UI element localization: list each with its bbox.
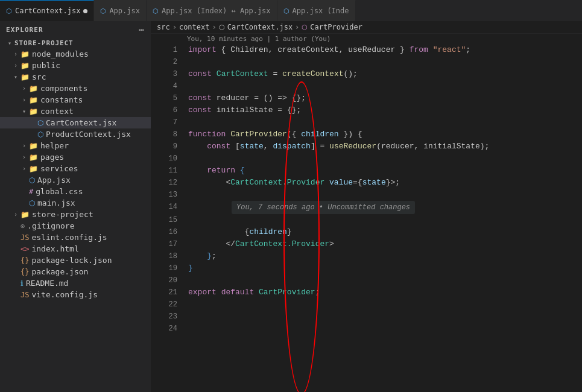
arrow-constants: › <box>19 96 29 103</box>
token: { Children, createContext, useReducer } <box>217 45 410 54</box>
sidebar-item-pages[interactable]: ›📁pages <box>0 151 151 163</box>
file-label-App.jsx: App.jsx <box>37 175 71 185</box>
code-line-5: 5const reducer = () => {}; <box>151 92 582 104</box>
tab-icon-AppIndex2: ⬡ <box>283 7 289 15</box>
file-icon-constants: 📁 <box>29 96 38 104</box>
sidebar-item-constants[interactable]: ›📁constants <box>0 94 151 106</box>
sidebar-item-ProductContext[interactable]: ⬡ProductContext.jsx <box>0 128 151 140</box>
sidebar-item-public[interactable]: ›📁public <box>0 60 151 71</box>
line-gutter-15 <box>151 214 159 226</box>
file-icon-.gitignore: ⊙ <box>21 222 25 230</box>
line-number-4: 4 <box>159 80 183 92</box>
token: children <box>249 227 286 236</box>
token <box>217 288 221 297</box>
code-line-20: 20 <box>151 274 582 286</box>
file-icon-eslint.config.js: JS <box>21 233 29 242</box>
sidebar-item-services[interactable]: ›📁services <box>0 163 151 174</box>
file-icon-store-project: 📁 <box>21 210 30 219</box>
sidebar-item-CartContext[interactable]: ⬡CartContext.jsx <box>0 117 151 128</box>
token: state <box>362 178 386 187</box>
line-gutter-9 <box>151 141 159 153</box>
code-lines: 1import { Children, createContext, useRe… <box>151 44 582 335</box>
token: createContext <box>282 69 343 78</box>
arrow-store-project: › <box>11 211 21 218</box>
line-gutter-10 <box>151 153 159 165</box>
sidebar-item-index.html[interactable]: <>index.html <box>0 243 151 254</box>
file-icon-package.json: {} <box>21 268 29 276</box>
sidebar-item-global.css[interactable]: #global.css <box>0 186 151 197</box>
sidebar-item-App.jsx[interactable]: ⬡App.jsx <box>0 174 151 186</box>
token: CartProvider <box>230 130 287 139</box>
sidebar-item-store-project[interactable]: ›📁store-project <box>0 209 151 220</box>
sidebar-item-src[interactable]: ▾📁src <box>0 71 151 83</box>
main-layout: Explorer ⋯ ▾STORE-PROJECT›📁node_modules›… <box>0 21 582 392</box>
file-icon-CartContext: ⬡ <box>37 119 43 127</box>
token: [ <box>230 142 240 151</box>
token: ; <box>315 288 320 297</box>
sidebar-item-context[interactable]: ▾📁context <box>0 106 151 117</box>
file-label-public: public <box>32 61 60 70</box>
file-label-helper: helper <box>40 141 69 150</box>
code-line-6: 6const initialState = {}; <box>151 104 582 116</box>
token: CartContext <box>217 69 268 78</box>
sidebar-item-README.md[interactable]: ℹREADME.md <box>0 277 151 289</box>
token: }>; <box>386 178 400 187</box>
tab-App[interactable]: ⬡App.jsx <box>94 0 147 21</box>
token: } <box>207 251 212 261</box>
line-gutter-6 <box>151 104 159 116</box>
sidebar-item-components[interactable]: ›📁components <box>0 83 151 94</box>
file-label-pages: pages <box>40 153 64 162</box>
line-number-19: 19 <box>159 262 183 274</box>
line-content-18: }; <box>183 250 582 262</box>
tab-icon-App: ⬡ <box>100 7 106 15</box>
sidebar-item-root[interactable]: ▾STORE-PROJECT <box>0 38 151 48</box>
code-editor[interactable]: 1import { Children, createContext, useRe… <box>151 44 582 392</box>
token: , <box>264 142 273 151</box>
token: const <box>188 93 212 103</box>
line-number-3: 3 <box>159 68 183 80</box>
code-line-23: 23 <box>151 311 582 323</box>
sidebar-item-eslint.config.js[interactable]: JSeslint.config.js <box>0 232 151 243</box>
sidebar-item-helper[interactable]: ›📁helper <box>0 140 151 151</box>
code-line-7: 7 <box>151 116 582 128</box>
tab-label-CartContext: CartContext.jsx <box>15 7 80 15</box>
sidebar-item-package.json[interactable]: {}package.json <box>0 266 151 277</box>
code-line-14: 14You, 7 seconds ago • Uncommitted chang… <box>151 201 582 214</box>
token: > <box>329 239 334 248</box>
line-content-2 <box>183 56 582 68</box>
tab-AppIndex2[interactable]: ⬡App.jsx (Inde <box>277 0 356 21</box>
code-line-13: 13 <box>151 189 582 201</box>
line-content-9: const [state, dispatch] = useReducer(red… <box>183 141 582 153</box>
line-content-17: </CartContext.Provider> <box>183 238 582 250</box>
file-label-CartContext: CartContext.jsx <box>46 118 116 127</box>
line-number-24: 24 <box>159 323 183 335</box>
tab-AppIndex[interactable]: ⬡App.jsx (Index) ↔ App.jsx <box>147 0 277 21</box>
tab-modified-dot-CartContext <box>83 9 87 13</box>
code-line-8: 8function CartProvider({ children }) { <box>151 128 582 141</box>
sidebar-header-icons: ⋯ <box>139 25 145 34</box>
tab-CartContext[interactable]: ⬡CartContext.jsx <box>0 0 94 21</box>
sidebar-item-.gitignore[interactable]: ⊙.gitignore <box>0 220 151 232</box>
sidebar-item-package-lock.json[interactable]: {}package-lock.json <box>0 254 151 266</box>
sidebar-item-vite.config.js[interactable]: JSvite.config.js <box>0 289 151 300</box>
token <box>324 178 329 187</box>
file-label-package-lock.json: package-lock.json <box>31 256 112 265</box>
breadcrumb-provider-icon: ⬡ <box>302 24 308 31</box>
token: const <box>207 142 230 151</box>
line-gutter-22 <box>151 299 159 311</box>
token <box>212 69 217 78</box>
line-content-21: export default CartProvider; <box>183 286 582 299</box>
line-number-21: 21 <box>159 286 183 299</box>
arrow-context: ▾ <box>19 108 29 115</box>
sidebar-item-node_modules[interactable]: ›📁node_modules <box>0 48 151 60</box>
arrow-pages: › <box>19 154 29 160</box>
code-line-11: 11 return { <box>151 165 582 177</box>
tab-icon-AppIndex: ⬡ <box>153 7 159 15</box>
sidebar-item-main.jsx[interactable]: ⬡main.jsx <box>0 197 151 209</box>
breadcrumb: src › context › ⬡ CartContext.jsx › ⬡ Ca… <box>151 21 582 34</box>
more-icon[interactable]: ⋯ <box>139 25 145 34</box>
sidebar: Explorer ⋯ ▾STORE-PROJECT›📁node_modules›… <box>0 21 151 392</box>
line-content-6: const initialState = {}; <box>183 104 582 116</box>
file-icon-README.md: ℹ <box>21 279 24 288</box>
line-gutter-13 <box>151 189 159 201</box>
